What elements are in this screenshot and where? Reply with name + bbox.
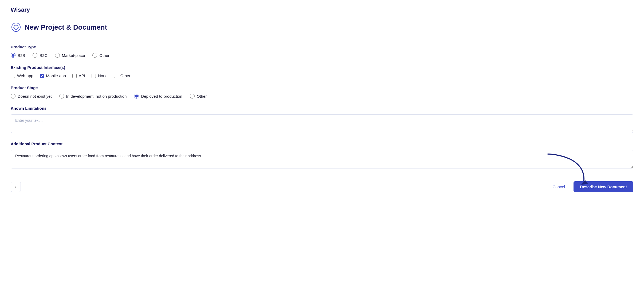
- radio-b2c-label: B2C: [40, 53, 47, 58]
- checkbox-api[interactable]: API: [72, 73, 85, 78]
- radio-b2c[interactable]: B2C: [33, 53, 47, 58]
- checkbox-webapp[interactable]: Web-app: [11, 73, 33, 78]
- radio-not-exist-input[interactable]: [11, 94, 15, 99]
- product-stage-radio-group: Doesn not exist yet In development, not …: [11, 94, 633, 99]
- describe-new-document-button[interactable]: Describe New Document: [574, 181, 633, 192]
- checkbox-other-interface-label: Other: [120, 73, 131, 78]
- radio-other-stage-input[interactable]: [190, 94, 195, 99]
- radio-other-stage[interactable]: Other: [190, 94, 207, 99]
- checkbox-mobileapp[interactable]: Mobile-app: [40, 73, 66, 78]
- radio-b2c-input[interactable]: [33, 53, 37, 58]
- radio-not-exist[interactable]: Doesn not exist yet: [11, 94, 52, 99]
- chevron-left-icon: ‹: [15, 184, 16, 189]
- svg-point-3: [15, 29, 17, 30]
- checkbox-api-label: API: [79, 73, 85, 78]
- radio-marketplace[interactable]: Market-place: [55, 53, 85, 58]
- product-type-radio-group: B2B B2C Market-place Other: [11, 53, 633, 58]
- checkbox-webapp-input[interactable]: [11, 74, 15, 78]
- known-limitations-section: Known Limitations: [11, 106, 633, 134]
- product-stage-section: Product Stage Doesn not exist yet In dev…: [11, 85, 633, 99]
- radio-deployed-input[interactable]: [134, 94, 139, 99]
- radio-other-stage-label: Other: [197, 94, 207, 99]
- radio-not-exist-label: Doesn not exist yet: [18, 94, 52, 99]
- footer: ‹ Cancel Describe New Document: [11, 178, 633, 192]
- existing-interfaces-label: Existing Product Interface(s): [11, 65, 633, 70]
- checkbox-none[interactable]: None: [92, 73, 108, 78]
- existing-interfaces-checkbox-group: Web-app Mobile-app API None Other: [11, 73, 633, 78]
- svg-point-4: [13, 27, 14, 28]
- radio-other-product-type-input[interactable]: [92, 53, 97, 58]
- svg-point-5: [18, 27, 19, 28]
- product-type-section: Product Type B2B B2C Market-place Other: [11, 45, 633, 58]
- checkbox-other-interface[interactable]: Other: [114, 73, 131, 78]
- radio-in-development[interactable]: In development, not on production: [59, 94, 127, 99]
- radio-deployed-label: Deployed to production: [141, 94, 182, 99]
- radio-b2b-label: B2B: [18, 53, 25, 58]
- checkbox-mobileapp-label: Mobile-app: [46, 73, 66, 78]
- known-limitations-textarea[interactable]: [11, 114, 633, 133]
- checkbox-webapp-label: Web-app: [17, 73, 33, 78]
- radio-b2b[interactable]: B2B: [11, 53, 25, 58]
- header-divider: [11, 37, 633, 37]
- radio-other-product-type[interactable]: Other: [92, 53, 109, 58]
- product-stage-label: Product Stage: [11, 85, 633, 90]
- known-limitations-label: Known Limitations: [11, 106, 633, 111]
- radio-marketplace-input[interactable]: [55, 53, 60, 58]
- additional-context-label: Additional Product Context: [11, 141, 633, 146]
- existing-interfaces-section: Existing Product Interface(s) Web-app Mo…: [11, 65, 633, 78]
- cancel-button[interactable]: Cancel: [549, 182, 568, 191]
- radio-in-development-label: In development, not on production: [66, 94, 127, 99]
- radio-in-development-input[interactable]: [59, 94, 64, 99]
- radio-deployed[interactable]: Deployed to production: [134, 94, 182, 99]
- svg-point-1: [14, 25, 18, 29]
- checkbox-other-interface-input[interactable]: [114, 74, 118, 78]
- back-button[interactable]: ‹: [11, 182, 21, 192]
- additional-context-section: Additional Product Context Restaurant or…: [11, 141, 633, 170]
- page-title: New Project & Document: [25, 23, 107, 32]
- additional-context-textarea[interactable]: Restaurant ordering app allows users ord…: [11, 150, 633, 168]
- product-type-label: Product Type: [11, 45, 633, 49]
- checkbox-mobileapp-input[interactable]: [40, 74, 44, 78]
- radio-other-product-type-label: Other: [99, 53, 109, 58]
- svg-point-2: [15, 25, 17, 26]
- radio-b2b-input[interactable]: [11, 53, 15, 58]
- page-header-icon: [11, 22, 21, 33]
- checkbox-none-input[interactable]: [92, 74, 96, 78]
- checkbox-none-label: None: [98, 73, 108, 78]
- footer-right: Cancel Describe New Document: [549, 181, 633, 192]
- radio-marketplace-label: Market-place: [62, 53, 85, 58]
- svg-point-0: [12, 23, 20, 32]
- checkbox-api-input[interactable]: [72, 74, 77, 78]
- app-title: Wisary: [11, 6, 633, 13]
